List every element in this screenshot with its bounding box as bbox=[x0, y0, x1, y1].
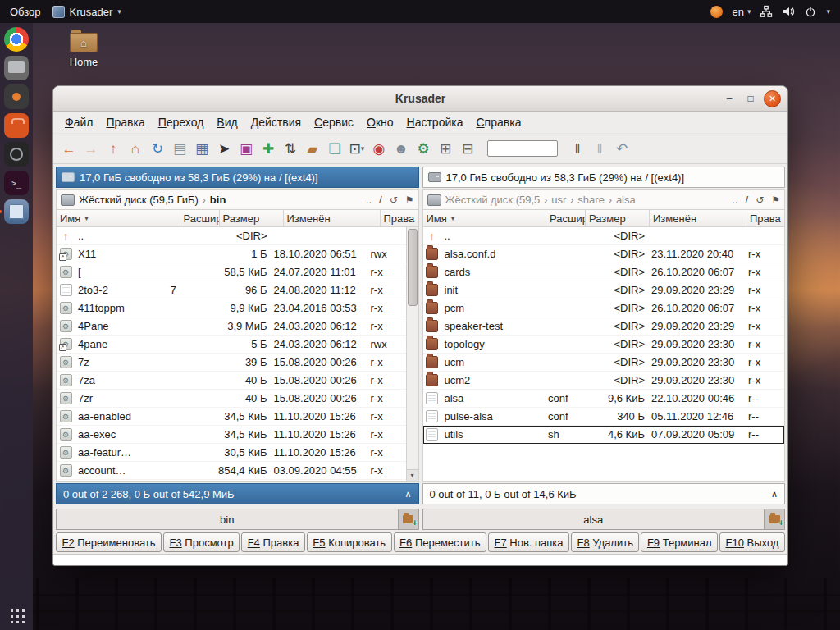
bookmark-icon[interactable]: ⚑ bbox=[771, 194, 780, 206]
select-tool[interactable]: ➤ bbox=[213, 137, 235, 160]
file-row[interactable]: aconnect37,2 КиБ15.08.2020 05:09r-x bbox=[57, 480, 407, 482]
activities-button[interactable]: Обзор bbox=[10, 6, 41, 18]
menu-Правка[interactable]: Правка bbox=[99, 114, 151, 130]
new-window-tool[interactable]: ⊞ bbox=[435, 137, 456, 160]
file-row[interactable]: [58,5 КиБ24.07.2020 11:01r-x bbox=[57, 263, 407, 281]
close-window-tool[interactable]: ⊟ bbox=[457, 137, 478, 160]
column-header-ext[interactable]: Расшир bbox=[180, 210, 220, 226]
screenshot-tool[interactable]: ◉ bbox=[368, 137, 390, 160]
menu-Справка[interactable]: Справка bbox=[469, 114, 527, 130]
tab-alsa[interactable]: alsa bbox=[423, 509, 765, 529]
add-tool[interactable]: ✚ bbox=[258, 137, 279, 160]
menu-Настройка[interactable]: Настройка bbox=[400, 114, 470, 130]
command-line[interactable] bbox=[53, 554, 788, 565]
file-row[interactable]: ucm2<DIR>29.09.2020 23:30r-x bbox=[423, 372, 785, 390]
breadcrumb-item[interactable]: Жёсткий диск (59,5 ГиБ) bbox=[79, 194, 199, 206]
window-titlebar[interactable]: Krusader bbox=[53, 86, 788, 112]
root-button[interactable]: / bbox=[746, 194, 749, 206]
split-view-tool[interactable]: ‖ bbox=[567, 137, 588, 160]
split-view-2-tool[interactable]: ‖ bbox=[589, 137, 610, 160]
media-info-bar[interactable]: 17,0 ГиБ свободно из 58,3 ГиБ (29%) на /… bbox=[422, 167, 786, 188]
tab-bin[interactable]: bin bbox=[57, 509, 399, 529]
updir-button[interactable]: .. bbox=[732, 194, 737, 206]
files-dock-icon[interactable] bbox=[4, 56, 29, 80]
file-row[interactable]: 411toppm9,9 КиБ23.04.2016 03:53r-x bbox=[57, 299, 407, 317]
status-indicator-icon[interactable] bbox=[710, 6, 723, 18]
file-row[interactable]: pulse-alsaconf340 Б05.11.2020 12:46r-- bbox=[423, 408, 785, 426]
file-row[interactable]: 7zr40 Б15.08.2020 00:26r-x bbox=[57, 390, 407, 408]
breadcrumb-item[interactable]: bin bbox=[210, 194, 226, 206]
view-grid-tool[interactable]: ▦ bbox=[191, 137, 212, 160]
help-dock-icon[interactable] bbox=[4, 142, 29, 167]
menu-Файл[interactable]: Файл bbox=[58, 114, 99, 130]
apps-grid-icon[interactable] bbox=[8, 607, 25, 623]
file-row[interactable]: speaker-test<DIR>29.09.2020 23:29r-x bbox=[423, 317, 785, 336]
file-row[interactable]: 7za40 Б15.08.2020 00:26r-x bbox=[57, 372, 407, 390]
updir-button[interactable]: .. bbox=[366, 194, 372, 206]
fkey-F2[interactable]: F2 Переименовать bbox=[56, 532, 162, 552]
file-row[interactable]: ucm<DIR>29.09.2020 23:30r-x bbox=[423, 354, 785, 372]
fkey-F6[interactable]: F6 Переместить bbox=[394, 532, 486, 552]
undo-tool[interactable]: ↶ bbox=[611, 137, 632, 160]
fkey-F10[interactable]: F10 Выход bbox=[719, 532, 785, 552]
close-button[interactable] bbox=[764, 90, 781, 107]
file-row[interactable]: X111 Б18.10.2020 06:51rwx bbox=[57, 245, 407, 263]
app-menu-button[interactable]: Krusader ▾ bbox=[52, 6, 121, 18]
file-row[interactable]: cards<DIR>26.10.2020 06:07r-x bbox=[423, 263, 785, 281]
home-button[interactable]: ⌂ bbox=[125, 137, 146, 160]
network-icon[interactable] bbox=[760, 5, 773, 18]
file-row[interactable]: aa-exec34,5 КиБ11.10.2020 15:26r-x bbox=[57, 426, 407, 444]
monitor-tool[interactable]: ▣ bbox=[235, 137, 257, 160]
file-row[interactable]: 2to3-2796 Б24.08.2020 11:12r-x bbox=[57, 281, 407, 299]
minimize-button[interactable] bbox=[721, 90, 737, 107]
software-dock-icon[interactable] bbox=[4, 113, 29, 138]
paste-tool[interactable]: ❏ bbox=[324, 137, 345, 160]
breadcrumb-item[interactable]: alsa bbox=[616, 194, 636, 206]
root-button[interactable]: / bbox=[379, 194, 382, 206]
menu-Действия[interactable]: Действия bbox=[244, 114, 308, 130]
terminal-dock-icon[interactable] bbox=[4, 171, 29, 195]
forward-button[interactable]: → bbox=[80, 137, 102, 160]
file-row[interactable]: ..<DIR> bbox=[423, 227, 785, 245]
file-row[interactable]: pcm<DIR>26.10.2020 06:07r-x bbox=[423, 299, 785, 317]
fkey-F3[interactable]: F3 Просмотр bbox=[163, 532, 240, 552]
sync-browse-icon[interactable]: ↺ bbox=[390, 194, 398, 206]
file-row[interactable]: 4Pane3,9 МиБ24.03.2020 06:12r-x bbox=[57, 317, 407, 336]
column-header-size[interactable]: Размер bbox=[220, 210, 284, 226]
file-row[interactable]: 7z39 Б15.08.2020 00:26r-x bbox=[57, 354, 407, 372]
media-dock-icon[interactable] bbox=[4, 84, 29, 109]
volume-icon[interactable] bbox=[782, 5, 795, 18]
chevron-down-icon[interactable]: ▾ bbox=[826, 7, 830, 16]
folder-tool[interactable]: ▰ bbox=[302, 137, 323, 160]
menu-Переход[interactable]: Переход bbox=[152, 114, 211, 130]
up-button[interactable]: ↑ bbox=[103, 137, 124, 160]
file-row[interactable]: account…854,4 КиБ03.09.2020 04:55r-x bbox=[57, 462, 407, 480]
file-row[interactable]: aa-featur…30,5 КиБ11.10.2020 15:26r-x bbox=[57, 444, 407, 462]
fkey-F4[interactable]: F4 Правка bbox=[241, 532, 305, 552]
power-icon[interactable] bbox=[804, 5, 817, 18]
column-header-date[interactable]: Изменён bbox=[284, 210, 381, 226]
user-tool[interactable]: ☻ bbox=[390, 137, 412, 160]
back-button[interactable]: ← bbox=[58, 137, 80, 160]
fkey-F7[interactable]: F7 Нов. папка bbox=[488, 532, 569, 552]
scrollbar[interactable]: ▾ bbox=[406, 227, 418, 481]
file-row[interactable]: topology<DIR>29.09.2020 23:30r-x bbox=[423, 336, 785, 354]
column-header-perms[interactable]: Права bbox=[746, 210, 784, 226]
scrollbar-thumb[interactable] bbox=[408, 229, 418, 306]
fkey-F9[interactable]: F9 Терминал bbox=[641, 532, 718, 552]
column-header-size[interactable]: Размер bbox=[586, 210, 650, 226]
search-field[interactable] bbox=[487, 140, 558, 157]
collapse-status-icon[interactable]: ∧ bbox=[771, 489, 778, 500]
file-row[interactable]: alsaconf9,6 КиБ22.10.2020 00:46r-- bbox=[423, 390, 785, 408]
file-row[interactable]: 4pane5 Б24.03.2020 06:12rwx bbox=[57, 336, 407, 354]
menu-Окно[interactable]: Окно bbox=[360, 114, 400, 130]
fkey-F8[interactable]: F8 Удалить bbox=[571, 532, 639, 552]
media-info-bar[interactable]: 17,0 ГиБ свободно из 58,3 ГиБ (29%) на /… bbox=[56, 167, 419, 188]
column-header-date[interactable]: Изменён bbox=[650, 210, 746, 226]
file-row[interactable]: aa-enabled34,5 КиБ11.10.2020 15:26r-x bbox=[57, 408, 407, 426]
settings-tool[interactable]: ⚙ bbox=[413, 137, 434, 160]
file-row[interactable]: utilssh4,6 КиБ07.09.2020 05:09r-- bbox=[423, 426, 785, 444]
refresh-button[interactable]: ↻ bbox=[147, 137, 168, 160]
file-row[interactable]: init<DIR>29.09.2020 23:29r-x bbox=[423, 281, 785, 299]
sync-browse-icon[interactable]: ↺ bbox=[756, 194, 764, 206]
